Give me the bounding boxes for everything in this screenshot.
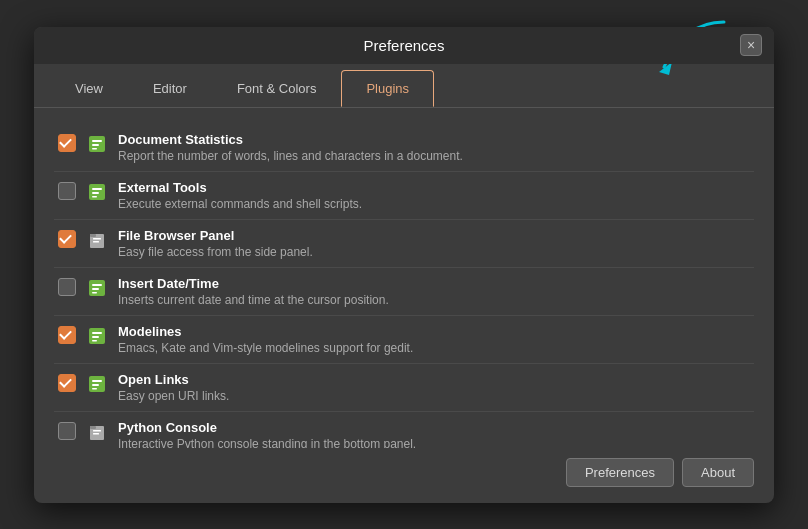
plugin-external-tools-checkbox[interactable] [58, 182, 76, 200]
plugin-file-browser-icon [86, 229, 108, 251]
preferences-dialog: Preferences × View Editor Font & Colors … [34, 27, 774, 503]
svg-rect-27 [93, 430, 101, 432]
plugin-open-links-desc: Easy open URI links. [118, 389, 750, 403]
plugin-insert-date-time-desc: Inserts current date and time at the cur… [118, 293, 750, 307]
plugin-external-tools-icon [86, 181, 108, 203]
plugin-file-browser-name: File Browser Panel [118, 228, 750, 243]
svg-rect-15 [92, 288, 99, 290]
plugin-external-tools-name: External Tools [118, 180, 750, 195]
plugin-insert-date-time-icon [86, 277, 108, 299]
dialog-footer: Preferences About [34, 448, 774, 503]
plugin-python-console-checkbox[interactable] [58, 422, 76, 440]
plugin-external-tools-desc: Execute external commands and shell scri… [118, 197, 750, 211]
plugin-modelines: Modelines Emacs, Kate and Vim-style mode… [54, 316, 754, 364]
tab-font-colors[interactable]: Font & Colors [212, 70, 341, 107]
plugin-modelines-name: Modelines [118, 324, 750, 339]
plugin-python-console-desc: Interactive Python console standing in t… [118, 437, 750, 448]
plugin-python-console-name: Python Console [118, 420, 750, 435]
plugin-open-links: Open Links Easy open URI links. [54, 364, 754, 412]
tab-bar: View Editor Font & Colors Plugins [34, 64, 774, 108]
plugin-file-browser-checkbox[interactable] [58, 230, 76, 248]
plugin-modelines-checkbox[interactable] [58, 326, 76, 344]
plugin-insert-date-time: Insert Date/Time Inserts current date an… [54, 268, 754, 316]
plugin-modelines-icon [86, 325, 108, 347]
tab-view[interactable]: View [50, 70, 128, 107]
plugin-python-console: Python Console Interactive Python consol… [54, 412, 754, 448]
svg-rect-26 [90, 426, 96, 429]
svg-rect-23 [92, 384, 99, 386]
preferences-button[interactable]: Preferences [566, 458, 674, 487]
plugin-open-links-icon [86, 373, 108, 395]
svg-rect-6 [92, 188, 102, 190]
svg-rect-11 [93, 238, 101, 240]
plugin-document-statistics: Document Statistics Report the number of… [54, 124, 754, 172]
svg-rect-10 [90, 234, 96, 237]
tab-plugins[interactable]: Plugins [341, 70, 434, 107]
svg-rect-12 [93, 241, 99, 243]
svg-rect-3 [92, 144, 99, 146]
plugin-python-console-icon [86, 421, 108, 443]
svg-rect-4 [92, 148, 97, 150]
svg-rect-18 [92, 332, 102, 334]
svg-rect-7 [92, 192, 99, 194]
svg-rect-24 [92, 388, 97, 390]
plugin-modelines-desc: Emacs, Kate and Vim-style modelines supp… [118, 341, 750, 355]
plugin-open-links-checkbox[interactable] [58, 374, 76, 392]
tab-editor[interactable]: Editor [128, 70, 212, 107]
plugin-document-statistics-name: Document Statistics [118, 132, 750, 147]
plugin-document-statistics-icon [86, 133, 108, 155]
plugin-external-tools: External Tools Execute external commands… [54, 172, 754, 220]
plugins-list: Document Statistics Report the number of… [34, 108, 774, 448]
title-bar: Preferences × [34, 27, 774, 64]
plugin-document-statistics-desc: Report the number of words, lines and ch… [118, 149, 750, 163]
plugin-insert-date-time-name: Insert Date/Time [118, 276, 750, 291]
svg-rect-2 [92, 140, 102, 142]
svg-rect-20 [92, 340, 97, 342]
plugin-document-statistics-checkbox[interactable] [58, 134, 76, 152]
plugin-open-links-name: Open Links [118, 372, 750, 387]
svg-rect-19 [92, 336, 99, 338]
about-button[interactable]: About [682, 458, 754, 487]
plugin-insert-date-time-checkbox[interactable] [58, 278, 76, 296]
dialog-title: Preferences [364, 37, 445, 54]
close-button[interactable]: × [740, 34, 762, 56]
svg-rect-16 [92, 292, 97, 294]
plugin-file-browser-desc: Easy file access from the side panel. [118, 245, 750, 259]
svg-rect-8 [92, 196, 97, 198]
svg-rect-28 [93, 433, 99, 435]
svg-rect-22 [92, 380, 102, 382]
plugin-file-browser: File Browser Panel Easy file access from… [54, 220, 754, 268]
svg-rect-14 [92, 284, 102, 286]
